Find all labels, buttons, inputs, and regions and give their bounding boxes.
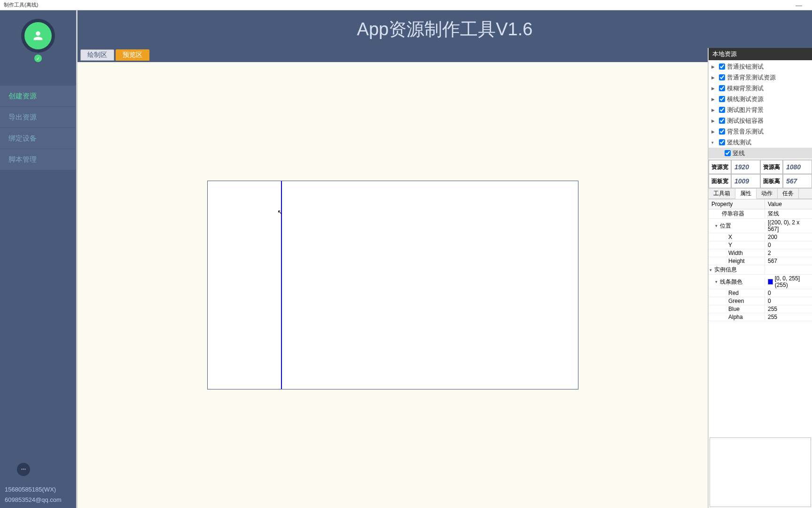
prop-row-x[interactable]: X200 [709, 233, 812, 241]
cursor-icon: ↖ [277, 208, 283, 216]
property-tabstrip: 工具箱 属性 动作 任务 [709, 189, 812, 199]
prop-header-property: Property [709, 199, 765, 209]
resources-header: 本地资源 [709, 48, 812, 60]
dim-label-panel-w: 面板宽 [709, 174, 731, 188]
tab-draw[interactable]: 绘制区 [80, 49, 114, 61]
tree-checkbox[interactable] [719, 118, 725, 124]
canvas-area: 绘制区 预览区 ↖ [78, 48, 708, 508]
chevron-right-icon[interactable]: ▶ [711, 75, 717, 80]
tree-checkbox[interactable] [719, 74, 725, 80]
dim-label-res-h: 资源高 [760, 160, 783, 174]
nav-create-resource[interactable]: 创建资源 [0, 86, 76, 107]
canvas-artboard[interactable]: ↖ [207, 181, 578, 389]
nav: 创建资源 导出资源 绑定设备 脚本管理 [0, 86, 76, 170]
tree-item[interactable]: ▶普通背景测试资源 [709, 72, 812, 83]
user-icon [31, 29, 45, 42]
resource-tree: ▶普通按钮测试 ▶普通背景测试资源 ▶模糊背景测试 ▶横线测试资源 ▶测试图片背… [709, 60, 812, 159]
app-title: App资源制作工具V1.6 [357, 17, 533, 41]
tree-checkbox[interactable] [719, 139, 725, 145]
tree-checkbox[interactable] [719, 64, 725, 70]
contact-info: 15680585185(WX) 609853524@qq.com [3, 484, 73, 505]
tree-item[interactable]: ▶测试按钮容器 [709, 115, 812, 126]
chevron-right-icon[interactable]: ▶ [711, 119, 717, 123]
chevron-right-icon[interactable]: ▶ [711, 86, 717, 91]
prop-row-alpha[interactable]: Alpha255 [709, 313, 812, 321]
prop-tab-toolbox[interactable]: 工具箱 [709, 189, 735, 198]
prop-row-dock[interactable]: 停靠容器竖线 [709, 209, 812, 219]
chevron-right-icon[interactable]: ▶ [711, 129, 717, 134]
dimensions-grid: 资源宽 1920 资源高 1080 面板宽 1009 面板高 567 [709, 159, 812, 189]
prop-tab-tasks[interactable]: 任务 [778, 189, 799, 198]
prop-row-linecolor[interactable]: ▾线条颜色[0, 0, 255] (255) [709, 275, 812, 289]
tree-checkbox[interactable] [725, 150, 731, 156]
dim-value-panel-w[interactable]: 1009 [731, 174, 760, 188]
sidebar: ✓ 创建资源 导出资源 绑定设备 脚本管理 ••• 15680585185(WX… [0, 10, 76, 508]
canvas-viewport[interactable]: ↖ [78, 62, 708, 508]
tree-item[interactable]: ▶横线测试资源 [709, 94, 812, 104]
nav-bind-device[interactable]: 绑定设备 [0, 128, 76, 149]
nav-script-manage[interactable]: 脚本管理 [0, 149, 76, 170]
prop-row-height[interactable]: Height567 [709, 257, 812, 265]
titlebar: 制作工具(离线) — [0, 0, 812, 10]
chevron-right-icon[interactable]: ▶ [711, 97, 717, 102]
property-grid-header: Property Value [709, 199, 812, 209]
tree-item[interactable]: ▶背景音乐测试 [709, 126, 812, 137]
tree-item[interactable]: ▶测试图片背景 [709, 104, 812, 115]
tree-checkbox[interactable] [719, 85, 725, 91]
user-avatar[interactable] [24, 22, 52, 49]
contact-qq: 609853524@qq.com [5, 495, 73, 505]
app-header: App资源制作工具V1.6 [78, 10, 812, 48]
prop-row-green[interactable]: Green0 [709, 297, 812, 305]
prop-tab-properties[interactable]: 属性 [735, 189, 757, 199]
tree-checkbox[interactable] [719, 107, 725, 113]
expand-icon[interactable]: ▾ [710, 268, 714, 272]
dim-value-res-h[interactable]: 1080 [783, 160, 812, 174]
prop-tab-actions[interactable]: 动作 [757, 189, 778, 198]
avatar-block: ✓ [0, 19, 76, 62]
color-swatch-icon [768, 279, 773, 285]
tree-checkbox[interactable] [719, 128, 725, 135]
nav-export-resource[interactable]: 导出资源 [0, 107, 76, 128]
window-title: 制作工具(离线) [4, 1, 38, 8]
dim-value-panel-h[interactable]: 567 [783, 174, 812, 188]
prop-header-value: Value [765, 199, 812, 209]
chat-icon[interactable]: ••• [17, 463, 30, 476]
expand-icon[interactable]: ▾ [715, 279, 720, 284]
vertical-line-element[interactable] [281, 181, 282, 389]
tab-preview[interactable]: 预览区 [116, 49, 149, 61]
tree-checkbox[interactable] [719, 96, 725, 102]
prop-row-red[interactable]: Red0 [709, 289, 812, 297]
prop-row-instance[interactable]: ▾实例信息 [709, 265, 812, 275]
chevron-right-icon[interactable]: ▶ [711, 64, 717, 69]
chevron-right-icon[interactable]: ▶ [711, 108, 717, 112]
status-online-icon: ✓ [34, 55, 42, 62]
canvas-tabstrip: 绘制区 预览区 [78, 48, 708, 62]
prop-row-width[interactable]: Width2 [709, 249, 812, 257]
tree-item-child[interactable]: 竖线 [709, 148, 812, 159]
dim-value-res-w[interactable]: 1920 [731, 160, 760, 174]
contact-wx: 15680585185(WX) [5, 484, 73, 495]
log-output[interactable] [710, 437, 811, 507]
dim-label-panel-h: 面板高 [760, 174, 783, 188]
expand-icon[interactable]: ▾ [715, 223, 720, 228]
tree-item[interactable]: ▶模糊背景测试 [709, 83, 812, 94]
prop-row-position[interactable]: ▾位置[(200, 0), 2 x 567] [709, 219, 812, 233]
right-panel: 本地资源 ▶普通按钮测试 ▶普通背景测试资源 ▶模糊背景测试 ▶横线测试资源 ▶… [708, 48, 812, 508]
dim-label-res-w: 资源宽 [709, 160, 731, 174]
prop-row-blue[interactable]: Blue255 [709, 305, 812, 313]
tree-item-expanded[interactable]: ▾竖线测试 [709, 137, 812, 148]
chevron-down-icon[interactable]: ▾ [711, 140, 717, 145]
property-grid: Property Value 停靠容器竖线 ▾位置[(200, 0), 2 x … [709, 199, 812, 435]
prop-row-y[interactable]: Y0 [709, 241, 812, 249]
minimize-button[interactable]: — [789, 1, 808, 9]
tree-item[interactable]: ▶普通按钮测试 [709, 61, 812, 72]
